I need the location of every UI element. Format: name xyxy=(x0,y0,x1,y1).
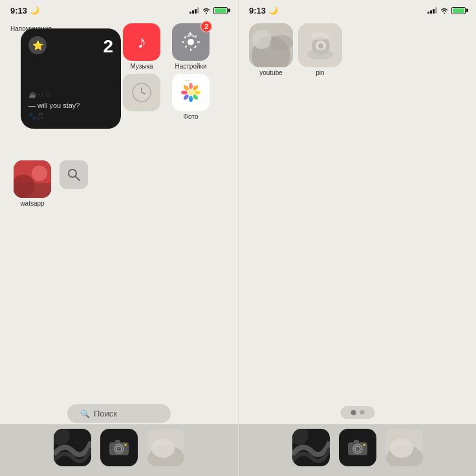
svg-line-11 xyxy=(142,92,145,94)
moon-icon-right: 🌙 xyxy=(268,6,278,15)
signal-icon-left xyxy=(189,7,199,14)
camera-right-svg-icon xyxy=(347,437,368,458)
app-clock[interactable] xyxy=(123,74,160,111)
search-label: Поиск xyxy=(94,409,117,418)
svg-rect-1 xyxy=(190,33,191,36)
widget-star-icon: ⭐ xyxy=(28,36,47,54)
app-music-label: Музыка xyxy=(130,63,153,70)
app-watsapp-container: watsapp xyxy=(10,160,54,207)
svg-point-54 xyxy=(363,444,365,446)
page-dot-2 xyxy=(360,410,364,415)
app-area-left: ⭐ 2 ☕ · · ♡ — will you stay? 🐾🎵 Напомина… xyxy=(0,18,238,476)
search-icon: 🔍 xyxy=(80,409,90,418)
app-youtube[interactable] xyxy=(249,23,293,67)
dock-icon-1-right[interactable] xyxy=(292,429,330,466)
dock-swirl-right-icon xyxy=(292,429,330,466)
status-bar-right: 9:13 🌙 xyxy=(239,0,476,18)
dock-icon-3-right[interactable] xyxy=(385,429,423,466)
svg-point-57 xyxy=(390,438,413,458)
svg-point-21 xyxy=(187,89,195,96)
dock-icon-3-left[interactable] xyxy=(147,429,184,466)
dock-swirl-icon xyxy=(54,429,91,466)
svg-point-24 xyxy=(32,166,47,181)
apps-second-row: watsapp xyxy=(10,160,88,207)
app-watsapp-label: watsapp xyxy=(20,200,44,207)
app-pin-label: pin xyxy=(316,69,324,76)
svg-rect-2 xyxy=(190,49,191,51)
photos-svg-icon xyxy=(178,80,203,105)
dock-camera-left[interactable] xyxy=(100,429,138,466)
battery-icon-left xyxy=(213,7,228,14)
wifi-icon-right xyxy=(440,7,449,14)
svg-point-34 xyxy=(125,444,127,446)
app-clock-container xyxy=(120,74,164,120)
svg-rect-3 xyxy=(182,41,184,43)
svg-line-27 xyxy=(76,177,80,180)
pin-art-icon xyxy=(298,23,342,67)
widget-reminders[interactable]: ⭐ 2 ☕ · · ♡ — will you stay? 🐾🎵 xyxy=(21,28,121,129)
music-note-icon: ♪ xyxy=(137,32,146,52)
app-music-wrapper: ♪ xyxy=(123,23,160,61)
app-youtube-label: youtube xyxy=(259,69,283,76)
app-magnifier-container xyxy=(60,160,88,207)
apps-grid-right: ♪ Музыка xyxy=(120,23,213,120)
svg-rect-5 xyxy=(184,36,186,38)
svg-point-15 xyxy=(194,91,200,94)
youtube-art-icon xyxy=(249,23,293,67)
app-pin-container: pin xyxy=(298,23,342,76)
watsapp-art-icon xyxy=(14,160,51,198)
app-magnifier[interactable] xyxy=(60,160,88,189)
svg-point-47 xyxy=(311,32,329,40)
time-left: 9:13 xyxy=(10,6,27,16)
left-screen: 9:13 🌙 ⭐ 2 xyxy=(0,0,238,476)
gear-svg-icon xyxy=(179,30,202,54)
app-music-container: ♪ Музыка xyxy=(120,23,164,70)
widget-bottom: ☕ · · ♡ — will you stay? 🐾🎵 xyxy=(28,91,113,121)
status-icons-right xyxy=(427,7,466,14)
app-watsapp[interactable] xyxy=(14,160,51,198)
app-area-right: youtube pin xyxy=(239,18,476,476)
svg-point-40 xyxy=(252,30,272,49)
dock-icon-1-left[interactable] xyxy=(54,429,91,466)
svg-point-41 xyxy=(270,35,293,50)
camera-svg-icon xyxy=(109,437,129,458)
svg-rect-25 xyxy=(14,183,51,198)
right-screen: 9:13 🌙 xyxy=(238,0,476,476)
dock-camera-right[interactable] xyxy=(339,429,376,466)
widget-count: 2 xyxy=(103,36,113,57)
magnifier-icon xyxy=(67,168,81,182)
page-dot-1 xyxy=(351,410,356,415)
widget-reminders-container: ⭐ 2 ☕ · · ♡ — will you stay? 🐾🎵 Напомина… xyxy=(10,23,52,32)
dock-light-art-right-icon xyxy=(385,429,423,466)
app-pin[interactable] xyxy=(298,23,342,67)
battery-icon-right xyxy=(451,7,466,14)
app-settings-wrapper: 2 xyxy=(172,23,210,61)
moon-icon-left: 🌙 xyxy=(30,6,39,15)
widget-text: — will you stay? xyxy=(28,101,113,111)
search-bar[interactable]: 🔍 Поиск xyxy=(67,404,171,423)
dock-light-art-icon xyxy=(147,429,184,466)
dock-left xyxy=(0,424,238,476)
time-right: 9:13 xyxy=(249,6,266,16)
apps-row-2: Фото xyxy=(120,74,213,120)
dock-right xyxy=(239,424,476,476)
clock-svg-icon xyxy=(131,81,153,103)
svg-point-46 xyxy=(307,49,333,60)
wifi-icon-left xyxy=(202,7,211,14)
svg-rect-7 xyxy=(184,45,187,48)
svg-point-45 xyxy=(318,43,323,49)
signal-icon-right xyxy=(427,7,437,14)
apps-row-1: ♪ Музыка xyxy=(120,23,213,70)
app-youtube-container: youtube xyxy=(249,23,293,76)
right-apps-row: youtube pin xyxy=(249,23,342,76)
settings-badge: 2 xyxy=(200,21,212,32)
status-bar-left: 9:13 🌙 xyxy=(0,0,238,18)
app-settings-container: 2 Настройки xyxy=(169,23,213,70)
app-photos-label: Фото xyxy=(184,113,199,120)
app-settings-label: Настройки xyxy=(175,63,206,70)
app-music[interactable]: ♪ xyxy=(123,23,160,61)
svg-point-17 xyxy=(189,96,193,102)
svg-point-26 xyxy=(69,169,76,177)
app-photos[interactable] xyxy=(172,74,210,111)
svg-rect-53 xyxy=(354,440,359,443)
